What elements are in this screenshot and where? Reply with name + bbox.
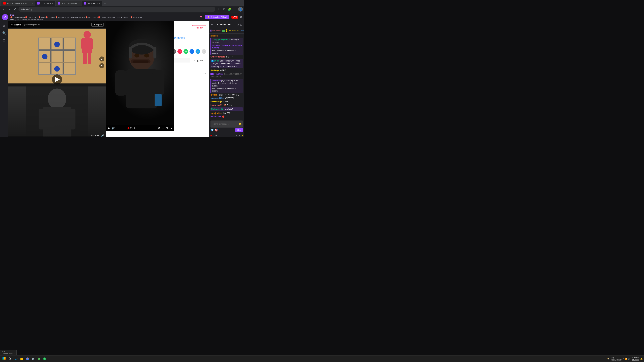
chat-msg-berzerk: berzerkz44: 🔴 [210, 115, 243, 118]
fullscreen-button[interactable]: ⛶ [169, 126, 172, 130]
channel-title: 🚨MEGA DRAMA🚨 CLICK FAST🚨 OMG🚨 INSANE🚨 DO… [10, 16, 144, 18]
cast-icon[interactable]: ⊡ [222, 7, 226, 11]
sidebar-home-icon[interactable]: ⌂ [1, 23, 7, 29]
svg-rect-4 [83, 52, 87, 64]
twitter-share-icon[interactable]: 🐦 [196, 49, 200, 54]
sidebar-search-icon[interactable]: 🔍 [1, 30, 7, 36]
back-button[interactable]: ‹ [1, 7, 6, 11]
play-button-overlay[interactable] [52, 74, 62, 84]
chat-message-input[interactable] [212, 121, 239, 126]
msg-user-grobbi: grobbi_: [210, 94, 218, 96]
mute-button[interactable]: 🔊 [111, 126, 115, 130]
header-close-icon[interactable]: ✕ [240, 15, 242, 18]
msg-fossabot-sub: And continuing to support the stream! [212, 49, 242, 54]
chat-popout-icon[interactable]: ⊡ [240, 23, 242, 26]
channel-name: xQc [10, 13, 144, 16]
chat-bits-icon[interactable]: 💎 [210, 129, 214, 132]
tab-twitch1-close[interactable]: × [52, 2, 53, 5]
progress-track[interactable] [10, 134, 97, 134]
tab-twitch2-close[interactable]: × [99, 2, 100, 5]
svg-rect-3 [90, 39, 93, 49]
tab-submit-title: (4) Submit to Twitch [61, 2, 77, 4]
chat-send-button[interactable]: Chat [235, 128, 243, 132]
forward-button[interactable]: › [7, 7, 12, 11]
tab-bar: (65) [UPDATED] How to use Bett... × xQc … [0, 0, 244, 6]
tiktok-header-bar: ♪ TikTok @fernandogame705 ⚑ Report [8, 21, 106, 28]
twitch-favicon-1 [37, 2, 40, 4]
tab-twitch1[interactable]: xQc - Twitch × [35, 1, 55, 6]
viewer-count-label: 24.4K [212, 135, 217, 137]
ttt-cell-6 [64, 50, 75, 62]
chat-gear-icon[interactable]: ⚙ [237, 23, 239, 26]
settings-button[interactable]: ⚙ [158, 126, 160, 130]
play-pause-button[interactable]: ▶ [108, 126, 110, 130]
tab-youtube[interactable]: (65) [UPDATED] How to use Bett... × [1, 1, 35, 6]
play-triangle-icon [55, 77, 60, 82]
chat-pinned-row: R RiotTerabio 15 G TheGoldHum... ulyczbo… [209, 28, 244, 33]
new-tab-button[interactable]: + [102, 1, 107, 6]
channel-info: xQc 🚨MEGA DRAMA🚨 CLICK FAST🚨 OMG🚨 INSANE… [10, 13, 144, 20]
scroll-down-button[interactable]: ▼ [99, 63, 104, 68]
copy-link-button[interactable]: Copy link [192, 58, 206, 63]
scroll-up-button[interactable]: ▲ [99, 56, 104, 61]
address-bar-input[interactable] [18, 7, 215, 12]
msg-user-zoramura: zoramura: [213, 73, 223, 75]
svg-rect-18 [115, 70, 127, 96]
chat-collapse-button[interactable]: ≡ [211, 23, 213, 26]
facebook-share-icon[interactable]: f [190, 49, 194, 54]
chat-points-icon[interactable]: ● [242, 135, 243, 137]
tab-youtube-close[interactable]: × [32, 2, 33, 5]
svg-rect-19 [152, 70, 164, 96]
browser-chrome: (65) [UPDATED] How to use Bett... × xQc … [0, 0, 244, 13]
chat-msg-zoramura: ⚔ zoramura: message deleted by a moderat… [210, 72, 243, 78]
volume-slider[interactable] [116, 128, 126, 128]
more-share-icon[interactable]: ⋯ [202, 49, 206, 54]
channel-meta: Playing Just Chatting for 68,799 viewers [10, 18, 144, 20]
extensions-icon[interactable]: 🧩 [227, 7, 232, 11]
tiktok-close-button[interactable]: ✕ [10, 23, 14, 27]
svg-rect-21 [155, 94, 162, 106]
chat-msg-stanhaze: stanhaze2256: WWWWW [210, 97, 243, 100]
comment-heart-1[interactable]: ♡ 1229 [200, 72, 206, 75]
address-bar-row: ‹ › ↺ ☆ ⊡ 🧩 ⋮ 👤 [0, 6, 244, 13]
heart-share-icon[interactable]: ♡ [178, 49, 182, 54]
chat-settings-icon[interactable]: ⚙ [236, 134, 237, 137]
left-sidebar: ⌂ 🔍 ◫ [0, 21, 8, 137]
bookmark-star-icon[interactable]: ☆ [216, 7, 221, 11]
msg-text-christoff: SNIFFA [226, 56, 233, 58]
gold-username: TheGoldHum... [228, 30, 240, 32]
chat-channels-icon[interactable]: ◑ [239, 134, 240, 137]
webcam-feed [106, 21, 174, 131]
tiktok-volume-icon[interactable]: 🔊 [101, 134, 104, 137]
heart-button[interactable]: ♥ [199, 14, 203, 20]
ttt-cell-8: ⬤ [51, 62, 63, 74]
menu-icon[interactable]: ⋮ [232, 7, 237, 11]
chat-input-row: 💎 🎯 Chat [210, 128, 243, 132]
tab-twitch2[interactable]: xQc - Twitch × [82, 1, 102, 6]
sidebar-browse-icon[interactable]: ◫ [1, 37, 7, 43]
chat-msg-thedlogy: thedlogy: WTFF [210, 69, 243, 72]
report-button[interactable]: ⚑ Report [92, 23, 104, 27]
msg-text-ac255: 😂 SLAM [219, 100, 228, 103]
elon-section [8, 86, 106, 137]
tiktok-panel: ✕ ♪ TikTok @fernandogame705 ⚑ Repor [8, 21, 209, 137]
tab-submit[interactable]: (4) Submit to Twitch × [56, 1, 82, 6]
pip-button[interactable]: ⊡ [166, 126, 168, 130]
ttt-cell-7 [39, 62, 51, 74]
svg-rect-5 [88, 52, 92, 64]
ttt-cell-9 [64, 62, 75, 74]
chat-msg-jwrl: P jw_rl: Subscribed with Prime. They've … [210, 59, 243, 68]
profile-icon[interactable]: 👤 [238, 7, 243, 11]
chat-rewards-icon[interactable]: 🎯 [214, 129, 218, 132]
twitch-app: xQ xQc 🚨MEGA DRAMA🚨 CLICK FAST🚨 OMG🚨 INS… [0, 13, 244, 137]
chat-emoji-icon[interactable]: 😊 [239, 123, 242, 125]
follow-button[interactable]: Follow [192, 25, 206, 30]
msg-text-stanhaze: WWWWW [225, 97, 234, 99]
whatsapp-share-icon[interactable]: W [184, 49, 188, 54]
tab-submit-close[interactable]: × [78, 2, 80, 5]
chat-msg-grobbi: grobbi_: SNIFFA FART ON ME [210, 93, 243, 96]
reload-button[interactable]: ↺ [13, 7, 18, 11]
subscribe-button[interactable]: ⭐ Subscribe: 20% off [205, 15, 230, 19]
video-progress-bar: 0:00/0:33 🔊 [8, 136, 106, 137]
theater-button[interactable]: ▭ [162, 126, 164, 130]
